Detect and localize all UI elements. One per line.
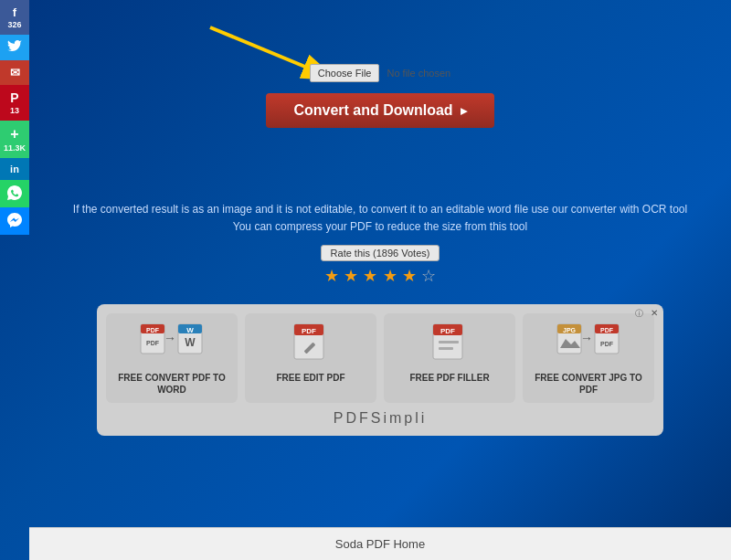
main-content: Choose File No file chosen Convert and D… (29, 0, 731, 560)
svg-text:PDF: PDF (302, 327, 316, 335)
star-4: ★ (383, 267, 397, 285)
ad-card-convert-pdf-word[interactable]: PDF PDF → W W FREE CONVERT PDF TO WORD (106, 313, 238, 403)
star-half: ☆ (421, 267, 436, 285)
file-input-area: Choose File No file chosen (310, 64, 450, 82)
svg-text:→: → (580, 331, 593, 345)
bottom-bar-label[interactable]: Soda PDF Home (335, 537, 425, 551)
svg-text:PDF: PDF (440, 327, 455, 335)
no-file-label: No file chosen (387, 68, 450, 79)
ad-close-button[interactable]: ✕ (651, 308, 658, 318)
svg-text:W: W (186, 326, 194, 334)
plus-count: 11.3K (4, 143, 26, 153)
ad-card-label-pdf-filler: FREE PDF FILLER (409, 372, 489, 384)
ad-card-edit-pdf[interactable]: PDF FREE EDIT PDF (245, 313, 376, 403)
linkedin-icon: in (10, 164, 19, 174)
bottom-bar: Soda PDF Home (29, 527, 731, 560)
whatsapp-icon (7, 185, 22, 202)
svg-text:PDF: PDF (600, 341, 614, 347)
ad-card-convert-jpg-pdf[interactable]: JPG → PDF PDF FREE CONVERT JPG TO PDF (523, 313, 654, 403)
ad-brand-name: PDFSimpli (106, 410, 654, 427)
convert-button-label: Convert and Download (293, 102, 452, 119)
social-sidebar: f 326 ✉ P 13 + 11.3K in (0, 0, 29, 560)
svg-text:→: → (164, 331, 176, 345)
rate-container: Rate this (1896 Votes) ★ ★ ★ ★ ★ ☆ (321, 245, 440, 286)
ad-section: ⓘ ✕ PDF PDF → W (97, 304, 663, 436)
pinterest-count: 13 (10, 106, 19, 115)
info-line2: You can compress your PDF to reduce the … (73, 218, 687, 236)
facebook-count: 326 (7, 20, 21, 29)
sidebar-item-plus[interactable]: + 11.3K (0, 121, 29, 158)
plus-icon: + (10, 126, 18, 143)
sidebar-item-twitter[interactable] (0, 35, 29, 60)
choose-file-button[interactable]: Choose File (310, 64, 380, 82)
ad-card-label-pdf-word: FREE CONVERT PDF TO WORD (113, 372, 230, 396)
sidebar-item-whatsapp[interactable] (0, 180, 29, 207)
ad-card-icon-pdf-word: PDF PDF → W W (140, 321, 204, 366)
star-3: ★ (363, 267, 377, 285)
svg-text:W: W (185, 336, 196, 349)
pinterest-icon: P (10, 90, 18, 105)
svg-text:PDF: PDF (146, 340, 160, 346)
ad-card-label-edit-pdf: FREE EDIT PDF (276, 372, 344, 384)
sidebar-item-facebook[interactable]: f 326 (0, 0, 29, 35)
ad-card-label-jpg-pdf: FREE CONVERT JPG TO PDF (530, 372, 647, 396)
sidebar-item-email[interactable]: ✉ (0, 60, 29, 85)
star-1: ★ (324, 267, 339, 285)
messenger-icon (7, 213, 22, 229)
ad-card-pdf-filler[interactable]: PDF FREE PDF FILLER (384, 313, 515, 403)
star-rating: ★ ★ ★ ★ ★ ☆ (324, 266, 435, 286)
facebook-icon: f (13, 5, 16, 19)
ad-card-icon-edit-pdf: PDF (279, 321, 343, 366)
ad-card-icon-jpg-pdf: JPG → PDF PDF (556, 321, 620, 366)
sidebar-item-pinterest[interactable]: P 13 (0, 85, 29, 121)
svg-rect-19 (439, 347, 453, 350)
svg-rect-18 (439, 341, 459, 343)
twitter-icon (7, 40, 22, 55)
convert-download-button[interactable]: Convert and Download ▸ (266, 93, 493, 128)
rate-button[interactable]: Rate this (1896 Votes) (321, 245, 440, 261)
info-section: If the converted result is as an image a… (73, 201, 687, 236)
svg-text:PDF: PDF (146, 327, 160, 333)
star-2: ★ (344, 267, 358, 285)
info-line1: If the converted result is as an image a… (73, 201, 687, 218)
ad-badge: ⓘ (635, 308, 643, 320)
ad-card-icon-pdf-filler: PDF (418, 321, 482, 366)
svg-text:JPG: JPG (563, 327, 577, 333)
star-5: ★ (402, 267, 417, 285)
email-icon: ✉ (10, 66, 20, 79)
svg-text:PDF: PDF (600, 327, 614, 333)
sidebar-item-linkedin[interactable]: in (0, 158, 29, 180)
convert-button-arrow: ▸ (461, 103, 467, 118)
ad-card-grid: PDF PDF → W W FREE CONVERT PDF TO WORD (106, 313, 654, 403)
sidebar-item-messenger[interactable] (0, 207, 29, 235)
